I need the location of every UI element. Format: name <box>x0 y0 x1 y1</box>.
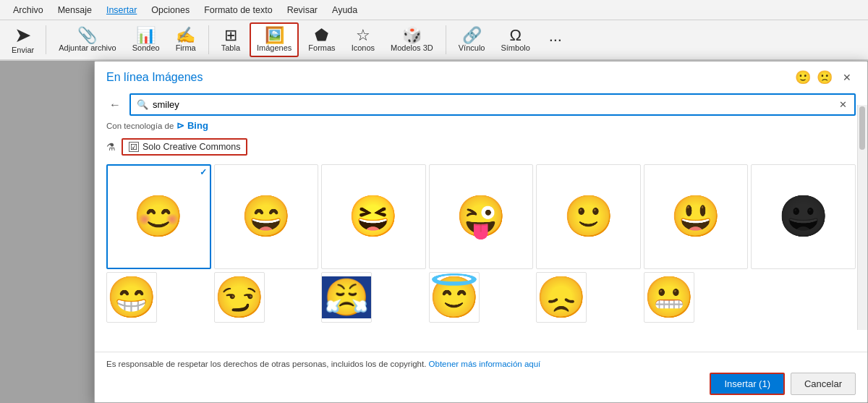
search-box: 🔍 ✕ <box>129 93 856 116</box>
menu-mensaje[interactable]: Mensaje <box>51 2 99 18</box>
dialog-footer: Es responsable de respetar los derechos … <box>95 352 867 402</box>
toolbar-firma[interactable]: ✍️ Firma <box>169 22 203 57</box>
attach-icon: 📎 <box>77 27 97 43</box>
inline-images-dialog: En línea Imágenes 🙂 🙁 ✕ ← 🔍 ✕ Con tecnol… <box>94 61 868 403</box>
emoji-frown-icon[interactable]: 🙁 <box>817 69 833 85</box>
send-label: Enviar <box>12 46 34 54</box>
image-emoji-3: 😜 <box>456 192 506 240</box>
image-item-8[interactable]: 😏 <box>214 272 265 323</box>
search-area: ← 🔍 ✕ <box>95 90 867 119</box>
image-item-4[interactable]: 🙂 <box>536 164 641 269</box>
poll-icon: 📊 <box>136 27 156 43</box>
menu-revisar[interactable]: Revisar <box>280 2 325 18</box>
image-item-10[interactable]: 😇 <box>429 272 480 323</box>
toolbar-3d[interactable]: 🎲 Modelos 3D <box>384 22 440 57</box>
image-emoji-9: 😤 <box>322 276 371 318</box>
toolbar-simbolo[interactable]: Ω Símbolo <box>494 22 536 57</box>
symbol-icon: Ω <box>509 27 521 43</box>
image-emoji-12: 😬 <box>644 273 694 321</box>
filter-icon: ⚗ <box>106 141 116 153</box>
insert-button[interactable]: Insertar (1) <box>710 373 785 395</box>
image-emoji-1: 😄 <box>241 192 292 240</box>
scrollbar-track[interactable] <box>857 105 867 330</box>
image-item-2[interactable]: 😆 <box>321 164 426 269</box>
images-icon: 🖼️ <box>265 27 284 43</box>
table-icon: ⊞ <box>224 27 237 43</box>
image-emoji-2: 😆 <box>348 192 399 240</box>
footer-more-info-link[interactable]: Obtener más información aquí <box>429 360 541 368</box>
toolbar-vinculo[interactable]: 🔗 Vínculo <box>452 22 492 57</box>
back-button[interactable]: ← <box>106 97 124 113</box>
image-emoji-7: 😁 <box>106 273 157 321</box>
toolbar-tabla[interactable]: ⊞ Tabla <box>215 22 247 57</box>
toolbar-sep1 <box>46 25 46 54</box>
dialog-title: En línea Imágenes <box>106 71 203 84</box>
checkbox-indicator: ☑ <box>129 142 139 152</box>
menu-archivo[interactable]: Archivo <box>6 2 51 18</box>
footer-copyright-text: Es responsable de respetar los derechos … <box>106 360 856 368</box>
link-icon: 🔗 <box>462 27 482 43</box>
image-item-11[interactable]: 😞 <box>536 272 587 323</box>
image-item-12[interactable]: 😬 <box>644 272 694 323</box>
more-icon: ··· <box>549 32 562 48</box>
filter-row: ⚗ ☑ Solo Creative Commons <box>95 135 867 161</box>
image-emoji-5: 😃 <box>671 192 721 240</box>
image-item-7[interactable]: 😁 <box>106 272 157 323</box>
image-emoji-6: 😀 <box>778 192 829 240</box>
image-emoji-11: 😞 <box>536 273 587 321</box>
toolbar-sep3 <box>446 25 446 54</box>
cancel-button[interactable]: Cancelar <box>791 373 856 395</box>
toolbar-send[interactable]: ➤ Enviar <box>6 22 40 57</box>
menu-opciones[interactable]: Opciones <box>144 2 197 18</box>
toolbar-sep2 <box>208 25 209 54</box>
scrollbar-thumb[interactable] <box>859 106 865 150</box>
images-grid: 😊 😄 😆 😜 🙂 😃 😀 😁 <box>95 161 867 352</box>
image-item-9[interactable]: 😤 <box>321 272 372 323</box>
3d-icon: 🎲 <box>402 27 422 43</box>
cc-filter-checkbox[interactable]: ☑ Solo Creative Commons <box>122 138 247 156</box>
main-area: En línea Imágenes 🙂 🙁 ✕ ← 🔍 ✕ Con tecnol… <box>0 61 868 403</box>
close-button[interactable]: ✕ <box>838 69 856 86</box>
toolbar-more[interactable]: ··· <box>540 22 571 57</box>
bing-logo: ⊳ Bing <box>176 120 208 131</box>
toolbar-adjuntar[interactable]: 📎 Adjuntar archivo <box>52 22 123 57</box>
image-item-5[interactable]: 😃 <box>644 164 749 269</box>
toolbar-imagenes[interactable]: 🖼️ Imágenes <box>250 22 299 57</box>
bing-attribution: Con tecnología de ⊳ Bing <box>95 119 867 135</box>
image-emoji-0: 😊 <box>133 192 184 240</box>
emoji-smile-icon[interactable]: 🙂 <box>795 69 811 85</box>
menu-insertar[interactable]: Insertar <box>99 2 144 18</box>
image-item-0[interactable]: 😊 <box>106 164 211 269</box>
image-item-1[interactable]: 😄 <box>214 164 319 269</box>
dialog-header: En línea Imágenes 🙂 🙁 ✕ <box>95 61 867 90</box>
toolbar-sondeo[interactable]: 📊 Sondeo <box>126 22 166 57</box>
dialog-header-icons: 🙂 🙁 ✕ <box>795 69 856 86</box>
image-emoji-4: 🙂 <box>563 192 614 240</box>
image-emoji-10: 😇 <box>429 273 480 321</box>
cc-filter-label: Solo Creative Commons <box>142 142 240 152</box>
search-input[interactable] <box>153 99 838 110</box>
image-item-6[interactable]: 😀 <box>751 164 856 269</box>
shapes-icon: ⬟ <box>315 27 328 43</box>
menu-ayuda[interactable]: Ayuda <box>325 2 365 18</box>
icons-icon: ☆ <box>356 27 370 43</box>
toolbar-iconos[interactable]: ☆ Iconos <box>345 22 381 57</box>
menu-formato[interactable]: Formato de texto <box>197 2 280 18</box>
menu-bar: Archivo Mensaje Insertar Opciones Format… <box>0 0 868 20</box>
toolbar-formas[interactable]: ⬟ Formas <box>302 22 341 57</box>
footer-buttons: Insertar (1) Cancelar <box>106 373 856 395</box>
search-icon: 🔍 <box>137 99 148 110</box>
image-emoji-8: 😏 <box>214 273 265 321</box>
signature-icon: ✍️ <box>176 27 195 43</box>
search-clear-button[interactable]: ✕ <box>838 98 848 111</box>
send-icon: ➤ <box>14 25 31 46</box>
toolbar: ➤ Enviar 📎 Adjuntar archivo 📊 Sondeo ✍️ … <box>0 20 868 61</box>
image-item-3[interactable]: 😜 <box>429 164 534 269</box>
